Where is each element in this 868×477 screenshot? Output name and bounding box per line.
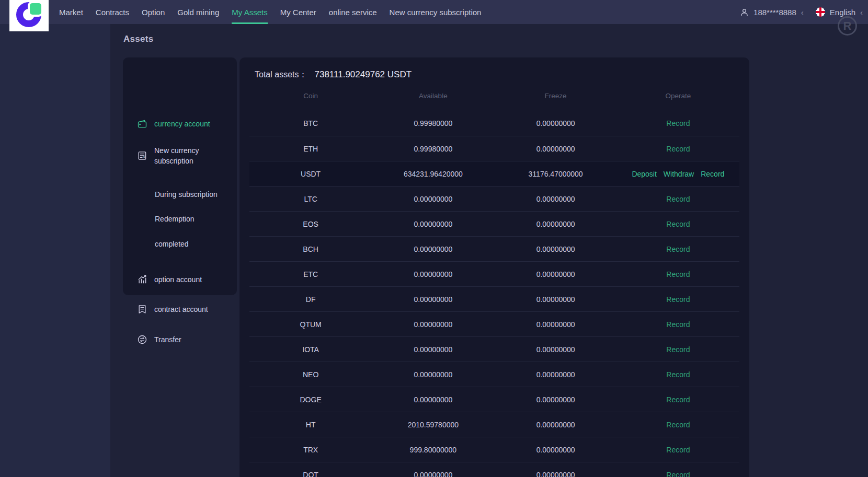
record-link[interactable]: Record: [666, 395, 690, 404]
sidebar-item-redemption[interactable]: Redemption: [155, 214, 195, 224]
coin-cell: USDT: [249, 170, 372, 178]
record-link[interactable]: Record: [666, 245, 690, 253]
table-row-bch: BCH0.000000000.00000000Record: [249, 236, 739, 261]
deposit-link[interactable]: Deposit: [632, 170, 656, 178]
table-row-dot: DOT0.000000000.00000000Record: [249, 462, 739, 477]
record-link[interactable]: Record: [666, 270, 690, 278]
freeze-cell: 0.00000000: [495, 270, 617, 278]
sidebar-item-new-currency-subscription[interactable]: ¥New currency subscription: [137, 145, 215, 166]
available-cell: 0.99980000: [372, 145, 494, 153]
operate-cell: Record: [617, 220, 739, 228]
wallet-icon: [137, 119, 147, 129]
sidebar-item-contract-account[interactable]: contract account: [137, 304, 208, 315]
total-assets-label: Total assets：: [255, 70, 307, 79]
logo-square-icon: [30, 3, 41, 15]
available-cell: 0.00000000: [372, 220, 494, 228]
nav-item-my-center[interactable]: My Center: [280, 0, 316, 24]
nav-item-new-currency-subscription[interactable]: New currency subscription: [390, 0, 482, 24]
available-cell: 0.99980000: [372, 119, 494, 127]
nav-item-contracts[interactable]: Contracts: [96, 0, 129, 24]
sidebar-item-label: New currency subscription: [154, 145, 215, 166]
sidebar-item-currency-account[interactable]: currency account: [137, 119, 210, 129]
column-header-coin: Coin: [249, 92, 372, 100]
table-row-usdt: USDT634231.9642000031176.47000000Deposit…: [249, 161, 739, 186]
page-title: Assets: [123, 34, 154, 44]
freeze-cell: 0.00000000: [495, 370, 617, 379]
operate-cell: Record: [617, 195, 739, 203]
sidebar-item-label: currency account: [154, 119, 210, 129]
freeze-cell: 0.00000000: [495, 421, 617, 429]
uk-flag-icon[interactable]: [816, 7, 825, 17]
record-link[interactable]: Record: [666, 220, 690, 228]
withdraw-link[interactable]: Withdraw: [664, 170, 694, 178]
nav-item-online-service[interactable]: online service: [329, 0, 377, 24]
phone-chevron-icon[interactable]: ‹: [801, 8, 804, 16]
subscription-doc-icon: ¥: [137, 150, 147, 161]
record-link[interactable]: Record: [666, 295, 690, 304]
record-link[interactable]: Record: [666, 446, 690, 454]
nav-item-option[interactable]: Option: [142, 0, 165, 24]
record-link[interactable]: Record: [666, 119, 690, 127]
available-cell: 0.00000000: [372, 370, 494, 379]
total-assets-value: 738111.90249762 USDT: [314, 69, 412, 79]
sidebar-item-label: contract account: [154, 304, 208, 315]
coin-cell: NEO: [249, 370, 372, 379]
coin-cell: DOT: [249, 471, 372, 477]
record-link[interactable]: Record: [701, 170, 724, 178]
language-chevron-icon[interactable]: ‹: [860, 8, 863, 16]
assets-sidebar: currency account¥New currency subscripti…: [123, 57, 237, 295]
available-cell: 0.00000000: [372, 245, 494, 253]
operate-cell: Record: [617, 421, 739, 429]
sidebar-item-transfer[interactable]: Transfer: [137, 334, 181, 345]
freeze-cell: 0.00000000: [495, 295, 617, 304]
freeze-cell: 0.00000000: [495, 345, 617, 354]
user-phone[interactable]: 188****8888: [753, 8, 796, 17]
table-row-trx: TRX999.800000000.00000000Record: [249, 437, 739, 462]
column-header-freeze: Freeze: [495, 92, 617, 100]
record-link[interactable]: Record: [666, 145, 690, 153]
coin-cell: LTC: [249, 195, 372, 203]
table-row-ht: HT2010.597800000.00000000Record: [249, 412, 739, 437]
sidebar-item-completed[interactable]: completed: [155, 239, 189, 249]
freeze-cell: 0.00000000: [495, 145, 617, 153]
user-icon: [740, 8, 749, 17]
freeze-cell: 0.00000000: [495, 245, 617, 253]
operate-cell: Record: [617, 395, 739, 404]
coin-cell: HT: [249, 421, 372, 429]
app-logo[interactable]: [9, 0, 49, 31]
operate-cell: Record: [617, 119, 739, 127]
nav-item-market[interactable]: Market: [59, 0, 83, 24]
coin-cell: BTC: [249, 119, 372, 127]
table-row-neo: NEO0.000000000.00000000Record: [249, 362, 739, 387]
available-cell: 0.00000000: [372, 395, 494, 404]
sidebar-item-option-account[interactable]: option account: [137, 274, 202, 285]
left-strip: [0, 24, 110, 477]
available-cell: 0.00000000: [372, 345, 494, 354]
record-link[interactable]: Record: [666, 345, 690, 354]
operate-cell: Record: [617, 345, 739, 354]
table-row-qtum: QTUM0.000000000.00000000Record: [249, 311, 739, 336]
record-link[interactable]: Record: [666, 370, 690, 379]
record-link[interactable]: Record: [666, 471, 690, 477]
language-label[interactable]: English: [830, 8, 855, 17]
record-link[interactable]: Record: [666, 421, 690, 429]
freeze-cell: 0.00000000: [495, 446, 617, 454]
sidebar-item-label: option account: [154, 274, 202, 285]
table-row-doge: DOGE0.000000000.00000000Record: [249, 387, 739, 412]
sidebar-item-during-subscription[interactable]: During subscription: [155, 189, 218, 200]
nav-item-my-assets[interactable]: My Assets: [232, 0, 267, 24]
record-link[interactable]: Record: [666, 320, 690, 329]
operate-cell: Record: [617, 471, 739, 477]
available-cell: 0.00000000: [372, 320, 494, 329]
freeze-cell: 0.00000000: [495, 320, 617, 329]
operate-cell: Record: [617, 370, 739, 379]
registered-mark-watermark: R: [838, 16, 857, 36]
available-cell: 2010.59780000: [372, 421, 494, 429]
table-row-eos: EOS0.000000000.00000000Record: [249, 211, 739, 236]
sidebar-item-label: During subscription: [155, 189, 218, 200]
total-assets-line: Total assets：738111.90249762 USDT: [239, 57, 749, 80]
available-cell: 0.00000000: [372, 270, 494, 278]
table-row-iota: IOTA0.000000000.00000000Record: [249, 336, 739, 362]
nav-item-gold-mining[interactable]: Gold mining: [177, 0, 219, 24]
record-link[interactable]: Record: [666, 195, 690, 203]
